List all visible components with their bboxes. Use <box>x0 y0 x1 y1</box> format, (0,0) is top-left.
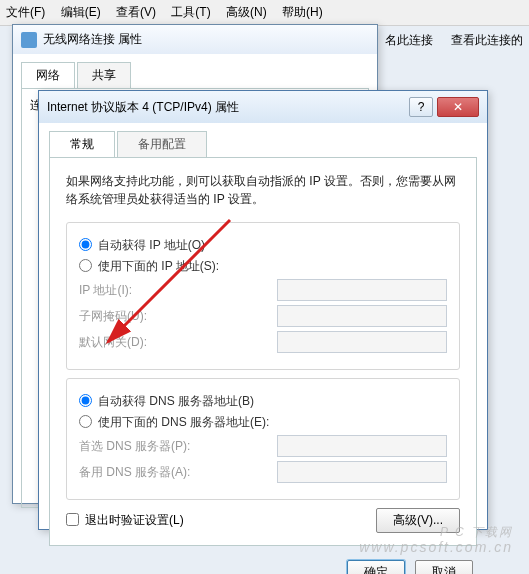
ok-button[interactable]: 确定 <box>347 560 405 574</box>
menu-help[interactable]: 帮助(H) <box>282 5 323 19</box>
ipv4-title: Internet 协议版本 4 (TCP/IPv4) 属性 <box>47 99 239 116</box>
dns-group: 自动获得 DNS 服务器地址(B) 使用下面的 DNS 服务器地址(E): 首选… <box>66 378 460 500</box>
adapter-title: 无线网络连接 属性 <box>43 31 142 48</box>
menubar: 文件(F) 编辑(E) 查看(V) 工具(T) 高级(N) 帮助(H) <box>0 0 529 26</box>
tab-general[interactable]: 常规 <box>49 131 115 157</box>
close-icon[interactable]: ✕ <box>437 97 479 117</box>
subnet-mask-field <box>277 305 447 327</box>
ipv4-properties-window: Internet 协议版本 4 (TCP/IPv4) 属性 ? ✕ 常规 备用配… <box>38 90 488 530</box>
ip-group: 自动获得 IP 地址(O) 使用下面的 IP 地址(S): IP 地址(I): … <box>66 222 460 370</box>
dns-alt-label: 备用 DNS 服务器(A): <box>79 464 277 481</box>
tab-share[interactable]: 共享 <box>77 62 131 88</box>
tab-network[interactable]: 网络 <box>21 62 75 88</box>
ip-address-field <box>277 279 447 301</box>
dns-alt-field <box>277 461 447 483</box>
gateway-field <box>277 331 447 353</box>
menu-file[interactable]: 文件(F) <box>6 5 45 19</box>
adapter-titlebar: 无线网络连接 属性 <box>13 25 377 54</box>
ip-address-label: IP 地址(I): <box>79 282 277 299</box>
menu-advanced[interactable]: 高级(N) <box>226 5 267 19</box>
dns-manual-radio[interactable]: 使用下面的 DNS 服务器地址(E): <box>79 414 447 431</box>
rename-connection[interactable]: 名此连接 <box>385 32 433 49</box>
dns-pref-field <box>277 435 447 457</box>
ip-manual-radio[interactable]: 使用下面的 IP 地址(S): <box>79 258 447 275</box>
ipv4-titlebar[interactable]: Internet 协议版本 4 (TCP/IPv4) 属性 ? ✕ <box>39 91 487 123</box>
adapter-icon <box>21 32 37 48</box>
subnet-mask-label: 子网掩码(U): <box>79 308 277 325</box>
menu-tools[interactable]: 工具(T) <box>171 5 210 19</box>
diagnose-connection[interactable]: 查看此连接的 <box>451 32 523 49</box>
gateway-label: 默认网关(D): <box>79 334 277 351</box>
watermark: P C 下载网 www.pcsoft.com.cn <box>359 525 513 556</box>
menu-view[interactable]: 查看(V) <box>116 5 156 19</box>
tab-alt-config[interactable]: 备用配置 <box>117 131 207 157</box>
dns-auto-radio[interactable]: 自动获得 DNS 服务器地址(B) <box>79 393 447 410</box>
help-icon[interactable]: ? <box>409 97 433 117</box>
dns-pref-label: 首选 DNS 服务器(P): <box>79 438 277 455</box>
cancel-button[interactable]: 取消 <box>415 560 473 574</box>
validate-checkbox[interactable]: 退出时验证设置(L) <box>66 512 184 529</box>
description-text: 如果网络支持此功能，则可以获取自动指派的 IP 设置。否则，您需要从网络系统管理… <box>66 172 460 208</box>
ip-auto-radio[interactable]: 自动获得 IP 地址(O) <box>79 237 447 254</box>
menu-edit[interactable]: 编辑(E) <box>61 5 101 19</box>
